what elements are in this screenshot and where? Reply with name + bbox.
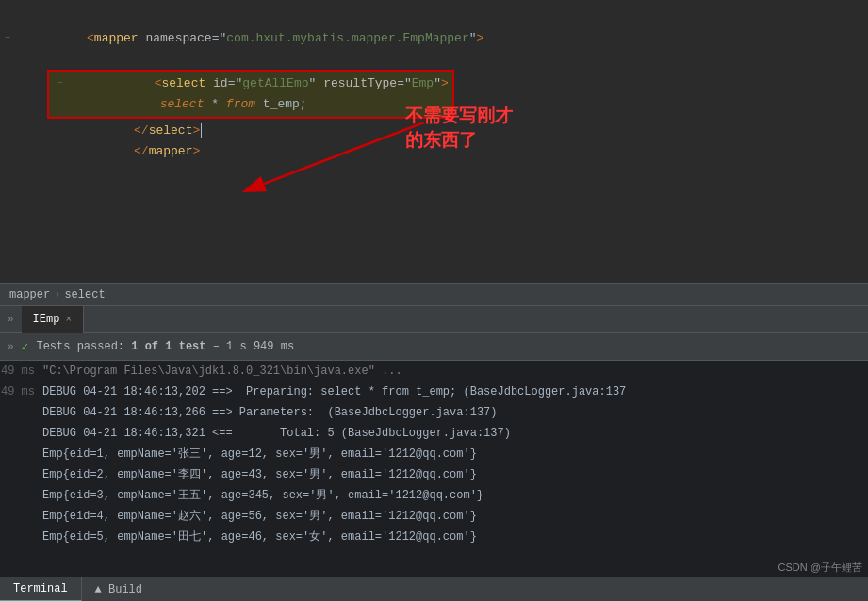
run-time: 1 s 949 ms <box>226 340 294 353</box>
svg-line-1 <box>264 122 424 184</box>
build-tab[interactable]: ▲ Build <box>82 577 156 602</box>
run-toolbar: » ✓ Tests passed: 1 of 1 test – 1 s 949 … <box>0 333 868 361</box>
console-text: DEBUG 04-21 18:46:13,321 <== Total: 5 (B… <box>42 424 868 443</box>
console-text: Emp{eid=5, empName='田七', age=46, sex='女'… <box>42 528 868 546</box>
tag-name: mapper <box>94 31 139 45</box>
tab-bar: » IEmp × <box>0 306 868 333</box>
breadcrumb-bar: mapper › select <box>0 283 868 306</box>
console-line: Emp{eid=2, empName='李四', age=43, sex='男'… <box>0 464 868 485</box>
annotation-container: 不需要写刚才的东西了 <box>236 104 518 220</box>
run-chevron: » <box>8 341 14 352</box>
console-text: Emp{eid=4, empName='赵六', age=56, sex='男'… <box>42 507 868 526</box>
console-line: 49 ms DEBUG 04-21 18:46:13,202 ==> Prepa… <box>0 382 868 402</box>
active-tab[interactable]: IEmp × <box>22 306 84 333</box>
console-area: 49 ms "C:\Program Files\Java\jdk1.8.0_32… <box>0 361 868 601</box>
console-line: 49 ms "C:\Program Files\Java\jdk1.8.0_32… <box>0 361 868 382</box>
breadcrumb-mapper: mapper <box>9 288 50 301</box>
run-status-text: Tests passed: 1 of 1 test – 1 s 949 ms <box>36 340 294 353</box>
editor-area: − <mapper namespace="com.hxut.mybatis.ma… <box>0 0 868 283</box>
console-line: Emp{eid=3, empName='王五', age=345, sex='男… <box>0 485 868 506</box>
test-pass-icon: ✓ <box>22 339 29 354</box>
breadcrumb-sep: › <box>54 288 60 301</box>
console-line: Emp{eid=5, empName='田七', age=46, sex='女'… <box>0 527 868 547</box>
console-text: Emp{eid=1, empName='张三', age=12, sex='男'… <box>42 445 868 463</box>
console-text: "C:\Program Files\Java\jdk1.8.0_321\bin\… <box>42 362 868 381</box>
console-line: Emp{eid=4, empName='赵六', age=56, sex='男'… <box>0 506 868 527</box>
console-line: DEBUG 04-21 18:46:13,266 ==> Parameters:… <box>0 402 868 423</box>
terminal-tab[interactable]: Terminal <box>0 577 82 602</box>
attr-name: namespace <box>145 31 211 45</box>
fold-icon: − <box>2 28 13 49</box>
tag-bracket: < <box>87 31 94 45</box>
csdn-text: CSDN @子午鲤苦 <box>778 561 862 573</box>
build-tab-label: ▲ Build <box>95 583 142 596</box>
console-text: Emp{eid=3, empName='王五', age=345, sex='男… <box>42 486 868 505</box>
console-text: DEBUG 04-21 18:46:13,202 ==> Preparing: … <box>42 382 868 401</box>
attr-value: com.hxut.mybatis.mapper.EmpMapper <box>226 31 468 45</box>
annotation-text: 不需要写刚才的东西了 <box>405 104 518 153</box>
annotation-label: 不需要写刚才的东西了 <box>405 106 513 150</box>
console-text: DEBUG 04-21 18:46:13,266 ==> Parameters:… <box>42 403 868 422</box>
code-line: − <mapper namespace="com.hxut.mybatis.ma… <box>0 28 868 49</box>
console-time: 49 ms <box>0 382 42 401</box>
terminal-tab-label: Terminal <box>13 582 68 595</box>
run-count: 1 of 1 test <box>131 340 205 353</box>
tab-label: IEmp <box>33 313 60 326</box>
main-container: − <mapper namespace="com.hxut.mybatis.ma… <box>0 0 868 601</box>
tab-close-button[interactable]: × <box>65 314 72 325</box>
bottom-tabs: Terminal ▲ Build <box>0 577 868 601</box>
console-text: Emp{eid=2, empName='李四', age=43, sex='男'… <box>42 465 868 484</box>
console-time: 49 ms <box>0 362 42 381</box>
breadcrumb-select: select <box>64 288 105 301</box>
tab-overflow: » <box>0 314 22 325</box>
run-sep: – <box>213 340 220 353</box>
csdn-watermark: CSDN @子午鲤苦 <box>778 560 862 575</box>
console-line: Emp{eid=1, empName='张三', age=12, sex='男'… <box>0 444 868 464</box>
run-status-label: Tests passed: <box>36 340 124 353</box>
console-line: DEBUG 04-21 18:46:13,321 <== Total: 5 (B… <box>0 423 868 444</box>
